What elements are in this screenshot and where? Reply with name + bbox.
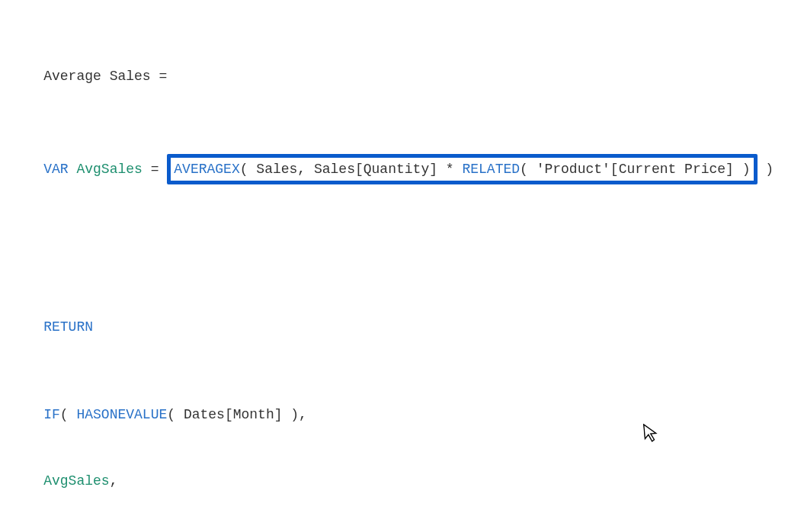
averagex-func: AVERAGEX xyxy=(174,162,239,177)
dates-month-column: Dates[Month] xyxy=(184,407,283,422)
measure-name: Average Sales xyxy=(43,69,150,84)
var-keyword: VAR xyxy=(43,162,68,177)
equals-sign: = xyxy=(151,162,159,177)
equals-sign: = xyxy=(159,69,167,84)
if-func: IF xyxy=(43,407,60,422)
var-name: AvgSales xyxy=(76,162,142,177)
quantity-column: Sales[Quantity] xyxy=(314,162,437,177)
hasonevalue-func: HASONEVALUE xyxy=(76,407,167,422)
dax-formula-editor[interactable]: Average Sales = VAR AvgSales = AVERAGEX(… xyxy=(0,0,788,532)
mouse-cursor-icon xyxy=(643,422,661,449)
star-operator: * xyxy=(446,162,454,177)
return-keyword: RETURN xyxy=(43,319,93,335)
related-func: RELATED xyxy=(462,162,520,177)
product-price-column: 'Product'[Current Price] xyxy=(537,162,734,177)
formula-highlight-box: AVERAGEX( Sales, Sales[Quantity] * RELAT… xyxy=(167,154,757,185)
sales-table: Sales xyxy=(256,162,297,177)
avgsales-ref: AvgSales xyxy=(43,473,109,489)
